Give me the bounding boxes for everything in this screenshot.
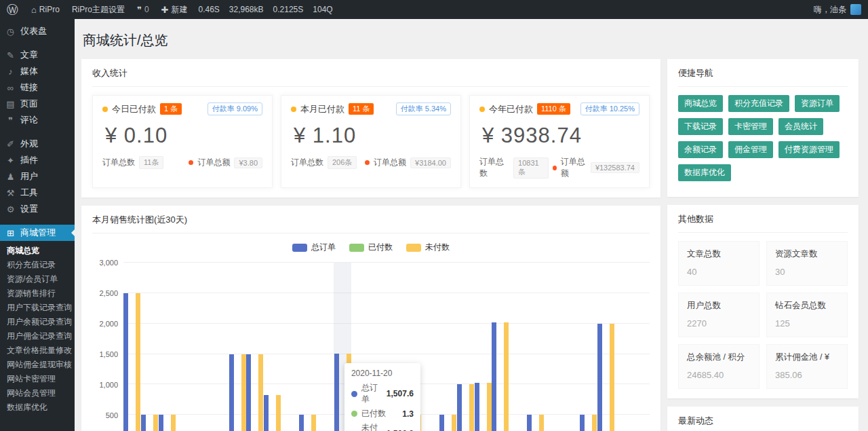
amount-value: ¥ 1.10 <box>294 124 451 148</box>
perf-stat: 0.46S <box>193 5 224 14</box>
bar[interactable] <box>504 322 509 431</box>
sidebar-item[interactable]: ✦ 插件 <box>0 152 75 168</box>
bar-group[interactable] <box>211 263 229 431</box>
quick-nav-button[interactable]: 付费资源管理 <box>778 141 840 158</box>
site-link[interactable]: ⌂ RiPro <box>25 0 66 19</box>
bar[interactable] <box>492 322 496 431</box>
bar[interactable] <box>334 354 339 431</box>
bar[interactable] <box>597 324 602 431</box>
submenu-item[interactable]: 资源销售排行 <box>0 286 75 301</box>
new-content-button[interactable]: ✚ 新建 <box>155 0 194 19</box>
bar[interactable] <box>276 395 281 431</box>
sidebar-item[interactable]: ⊞ 商城管理 <box>0 225 75 241</box>
comments-shortcut[interactable]: ❞ 0 <box>131 0 155 19</box>
submenu-item[interactable]: 文章价格批量修改 <box>0 343 75 358</box>
sidebar-item[interactable]: ♪ 媒体 <box>0 63 75 79</box>
bar[interactable] <box>539 415 544 431</box>
bar-group[interactable] <box>281 263 299 431</box>
wordpress-logo-icon[interactable]: Ⓦ <box>0 0 25 19</box>
bar[interactable] <box>475 383 479 431</box>
submenu-item[interactable]: 网站佣金提现审核 <box>0 358 75 372</box>
bar[interactable] <box>452 415 456 431</box>
user-greeting[interactable]: 嗨，油条 <box>814 4 846 16</box>
sidebar-item[interactable]: ✐ 外观 <box>0 136 75 152</box>
bar-group[interactable] <box>246 263 264 431</box>
submenu-item[interactable]: 网站会员管理 <box>0 386 75 400</box>
sidebar-item[interactable]: ⚒ 工具 <box>0 185 75 201</box>
bar[interactable] <box>457 384 462 431</box>
submenu-item[interactable]: 用户下载记录查询 <box>0 301 75 315</box>
bar[interactable] <box>610 324 614 431</box>
legend-item[interactable]: 总订单 <box>292 242 336 253</box>
bar[interactable] <box>592 415 597 431</box>
bar-group[interactable] <box>456 263 474 431</box>
bar-group[interactable] <box>632 263 650 431</box>
bar-group[interactable] <box>123 263 141 431</box>
submenu-item[interactable]: 资源/会员订单 <box>0 272 75 286</box>
sidebar-item[interactable]: ❞ 评论 <box>0 112 75 128</box>
submenu-item[interactable]: 用户佣金记录查询 <box>0 329 75 343</box>
bar-group[interactable] <box>614 263 632 431</box>
submenu-item[interactable]: 积分充值记录 <box>0 258 75 272</box>
bar[interactable] <box>469 384 474 431</box>
bar-group[interactable] <box>159 263 176 431</box>
bar[interactable] <box>153 415 158 431</box>
quick-nav-button[interactable]: 商城总览 <box>678 95 723 112</box>
quick-nav-button[interactable]: 数据库优化 <box>678 164 731 181</box>
bar[interactable] <box>311 415 316 431</box>
submenu-item[interactable]: 网站卡密管理 <box>0 372 75 386</box>
bar-group[interactable] <box>422 263 439 431</box>
bar-group[interactable] <box>141 263 159 431</box>
sidebar-item[interactable]: ◷ 仪表盘 <box>0 23 75 39</box>
quick-nav-button[interactable]: 积分充值记录 <box>728 95 789 112</box>
bar-group[interactable] <box>176 263 194 431</box>
quick-nav-button[interactable]: 下载记录 <box>678 118 723 135</box>
bar[interactable] <box>241 354 246 431</box>
bar[interactable] <box>258 354 263 431</box>
bar[interactable] <box>159 415 163 431</box>
bar[interactable] <box>246 354 251 431</box>
submenu-item[interactable]: 商城总览 <box>0 244 75 258</box>
bar[interactable] <box>439 415 444 431</box>
bar-group[interactable] <box>492 263 509 431</box>
quick-nav-button[interactable]: 会员统计 <box>778 118 823 135</box>
sidebar-item[interactable]: ⚙ 设置 <box>0 201 75 217</box>
quick-nav-button[interactable]: 资源订单 <box>795 95 840 112</box>
bar-group[interactable] <box>474 263 492 431</box>
bar-group[interactable] <box>439 263 456 431</box>
bar-group[interactable] <box>579 263 597 431</box>
bar-group[interactable] <box>545 263 562 431</box>
bar[interactable] <box>527 415 532 431</box>
bar-group[interactable] <box>597 263 614 431</box>
sidebar-item[interactable]: ∞ 链接 <box>0 79 75 96</box>
bar-group[interactable] <box>229 263 246 431</box>
bar[interactable] <box>229 354 234 431</box>
bar-group[interactable] <box>561 263 579 431</box>
sidebar-item[interactable]: ♟ 用户 <box>0 168 75 185</box>
bar-group[interactable] <box>193 263 211 431</box>
bar-group[interactable] <box>509 263 527 431</box>
bar[interactable] <box>580 415 585 431</box>
legend-item[interactable]: 未付数 <box>406 242 450 253</box>
bar[interactable] <box>171 415 176 431</box>
bar[interactable] <box>264 395 269 431</box>
bar[interactable] <box>299 415 304 431</box>
bar[interactable] <box>141 415 146 431</box>
bar-group[interactable] <box>316 263 334 431</box>
quick-nav-button[interactable]: 卡密管理 <box>728 118 773 135</box>
quick-nav-button[interactable]: 余额记录 <box>678 141 723 158</box>
theme-settings-link[interactable]: RiPro主题设置 <box>66 0 131 19</box>
submenu-item[interactable]: 数据库优化 <box>0 400 75 415</box>
avatar[interactable] <box>850 4 861 15</box>
bar-group[interactable] <box>264 263 281 431</box>
bar-group[interactable] <box>299 263 317 431</box>
sidebar-item[interactable]: ✎ 文章 <box>0 47 75 63</box>
sidebar-item[interactable]: ▤ 页面 <box>0 96 75 112</box>
bar[interactable] <box>487 383 492 431</box>
bar[interactable] <box>136 293 140 431</box>
submenu-item[interactable]: 用户余额记录查询 <box>0 315 75 329</box>
legend-item[interactable]: 已付数 <box>349 242 393 253</box>
quick-nav-button[interactable]: 佣金管理 <box>728 141 773 158</box>
bar[interactable] <box>123 293 128 431</box>
bar-group[interactable] <box>527 263 545 431</box>
